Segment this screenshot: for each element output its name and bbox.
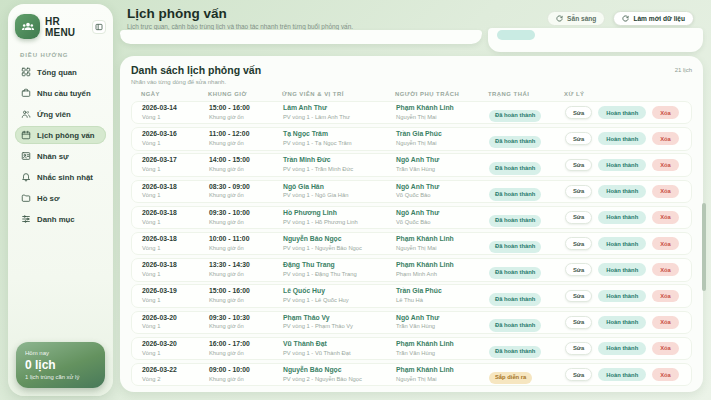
delete-button[interactable]: Xóa — [652, 342, 679, 355]
row-round: Vòng 1 — [142, 166, 209, 174]
candidate-position: PV vòng 1 - Phạm Thảo Vy — [283, 323, 396, 331]
row-time: 13:30 - 14:30 — [209, 261, 283, 270]
delete-button[interactable]: Xóa — [652, 185, 679, 198]
edit-button[interactable]: Sửa — [565, 263, 592, 276]
delete-button[interactable]: Xóa — [652, 263, 679, 276]
candidate-position: PV vòng 1 - Ngô Gia Hân — [283, 192, 396, 200]
complete-button[interactable]: Hoàn thành — [598, 290, 646, 303]
status-badge: Đã hoàn thành — [489, 215, 541, 227]
sidebar-item-0[interactable]: Tổng quan — [15, 63, 106, 81]
table-row[interactable]: 2026-03-18 Vòng 1 10:00 - 11:00 Khung gi… — [131, 232, 692, 255]
row-date: 2026-03-16 — [142, 130, 209, 139]
row-time-note: Khung giờ ổn — [209, 271, 283, 279]
sidebar-item-4[interactable]: Nhân sự — [15, 147, 106, 165]
filter-panel-cutoff — [488, 28, 703, 52]
edit-button[interactable]: Sửa — [565, 290, 592, 303]
row-time-note: Khung giờ ổn — [209, 114, 283, 122]
delete-button[interactable]: Xóa — [652, 132, 679, 145]
sidebar-item-1[interactable]: Nhu cầu tuyển — [15, 84, 106, 102]
edit-button[interactable]: Sửa — [565, 211, 592, 224]
edit-button[interactable]: Sửa — [565, 185, 592, 198]
complete-button[interactable]: Hoàn thành — [598, 159, 646, 172]
candidate-position: PV vòng 1 - Hồ Phương Linh — [283, 219, 396, 227]
grid-icon — [21, 67, 31, 77]
sidebar-item-6[interactable]: Hồ sơ — [15, 189, 106, 207]
complete-button[interactable]: Hoàn thành — [598, 316, 646, 329]
table-row[interactable]: 2026-03-18 Vòng 1 09:30 - 10:00 Khung gi… — [131, 206, 692, 229]
row-round: Vòng 1 — [142, 219, 209, 227]
edit-button[interactable]: Sửa — [565, 159, 592, 172]
complete-button[interactable]: Hoàn thành — [598, 185, 646, 198]
table-row[interactable]: 2026-03-22 Vòng 2 09:00 - 10:00 Khung gi… — [131, 363, 692, 386]
complete-button[interactable]: Hoàn thành — [598, 106, 646, 119]
team-icon — [21, 20, 35, 34]
table-row[interactable]: 2026-03-14 Vòng 1 15:00 - 16:00 Khung gi… — [131, 101, 692, 124]
ready-status-chip: Sẵn sàng — [547, 11, 605, 26]
sidebar-item-label: Danh mục — [37, 215, 75, 224]
candidate-name: Lâm Anh Thư — [283, 104, 396, 113]
table-row[interactable]: 2026-03-18 Vòng 1 08:30 - 09:00 Khung gi… — [131, 180, 692, 203]
complete-button[interactable]: Hoàn thành — [598, 237, 646, 250]
status-badge: Đã hoàn thành — [489, 267, 541, 279]
edit-button[interactable]: Sửa — [565, 132, 592, 145]
owner-name: Phạm Khánh Linh — [396, 366, 489, 375]
row-date: 2026-03-18 — [142, 183, 209, 192]
assistant-name: Trần Văn Hùng — [396, 323, 489, 331]
delete-button[interactable]: Xóa — [652, 106, 679, 119]
delete-button[interactable]: Xóa — [652, 368, 679, 381]
row-time: 16:00 - 17:00 — [209, 340, 283, 349]
complete-button[interactable]: Hoàn thành — [598, 263, 646, 276]
sidebar-item-3[interactable]: Lịch phỏng vấn — [15, 126, 106, 144]
candidate-name: Nguyễn Bảo Ngọc — [283, 366, 396, 375]
status-badge: Đã hoàn thành — [489, 136, 541, 148]
table-row[interactable]: 2026-03-20 Vòng 1 16:00 - 17:00 Khung gi… — [131, 337, 692, 360]
summary-count: 0 lịch — [25, 358, 96, 372]
sidebar-item-2[interactable]: Ứng viên — [15, 105, 106, 123]
owner-name: Phạm Khánh Linh — [396, 235, 489, 244]
owner-name: Ngô Anh Thư — [396, 156, 489, 165]
candidate-name: Trần Minh Đức — [283, 156, 396, 165]
edit-button[interactable]: Sửa — [565, 316, 592, 329]
sidebar-item-5[interactable]: Nhắc sinh nhật — [15, 168, 106, 186]
table-row[interactable]: 2026-03-19 Vòng 1 15:00 - 16:00 Khung gi… — [131, 284, 692, 307]
edit-button[interactable]: Sửa — [565, 368, 592, 381]
assistant-name: Nguyễn Thị Mai — [396, 114, 489, 122]
sidebar-item-label: Nhắc sinh nhật — [37, 173, 93, 182]
sidebar-collapse-button[interactable] — [92, 20, 106, 34]
table-row[interactable]: 2026-03-18 Vòng 1 13:30 - 14:30 Khung gi… — [131, 258, 692, 281]
delete-button[interactable]: Xóa — [652, 290, 679, 303]
edit-button[interactable]: Sửa — [565, 342, 592, 355]
sliders-icon — [21, 214, 31, 224]
app-logo — [15, 14, 40, 39]
delete-button[interactable]: Xóa — [652, 237, 679, 250]
complete-button[interactable]: Hoàn thành — [598, 132, 646, 145]
scrollbar-thumb[interactable] — [702, 203, 706, 291]
delete-button[interactable]: Xóa — [652, 159, 679, 172]
row-time-note: Khung giờ ổn — [209, 245, 283, 253]
sidebar-item-label: Ứng viên — [37, 110, 71, 119]
complete-button[interactable]: Hoàn thành — [598, 211, 646, 224]
complete-button[interactable]: Hoàn thành — [598, 368, 646, 381]
candidate-position: PV vòng 1 - Trần Minh Đức — [283, 166, 396, 174]
status-badge: Đã hoàn thành — [489, 346, 541, 358]
edit-button[interactable]: Sửa — [565, 237, 592, 250]
row-round: Vòng 1 — [142, 271, 209, 279]
candidate-name: Phạm Thảo Vy — [283, 314, 396, 323]
table-row[interactable]: 2026-03-17 Vòng 1 14:00 - 15:00 Khung gi… — [131, 153, 692, 176]
col-owner: NGƯỜI PHỤ TRÁCH — [395, 91, 488, 97]
refresh-data-button[interactable]: Làm mới dữ liệu — [613, 11, 694, 26]
nav-section-label: ĐIỀU HƯỚNG — [20, 52, 106, 58]
edit-button[interactable]: Sửa — [565, 106, 592, 119]
list-count-badge: 21 lịch — [675, 67, 692, 73]
row-round: Vòng 1 — [142, 114, 209, 122]
candidate-position: PV vòng 1 - Đặng Thu Trang — [283, 271, 396, 279]
sidebar-item-7[interactable]: Danh mục — [15, 210, 106, 228]
filter-chip — [497, 30, 535, 40]
delete-button[interactable]: Xóa — [652, 316, 679, 329]
table-row[interactable]: 2026-03-16 Vòng 1 11:00 - 12:00 Khung gi… — [131, 127, 692, 150]
table-row[interactable]: 2026-03-20 Vòng 1 09:30 - 10:30 Khung gi… — [131, 311, 692, 334]
col-candidate: ỨNG VIÊN & VỊ TRÍ — [282, 91, 395, 97]
complete-button[interactable]: Hoàn thành — [598, 342, 646, 355]
delete-button[interactable]: Xóa — [652, 211, 679, 224]
owner-name: Ngô Anh Thư — [396, 314, 489, 323]
